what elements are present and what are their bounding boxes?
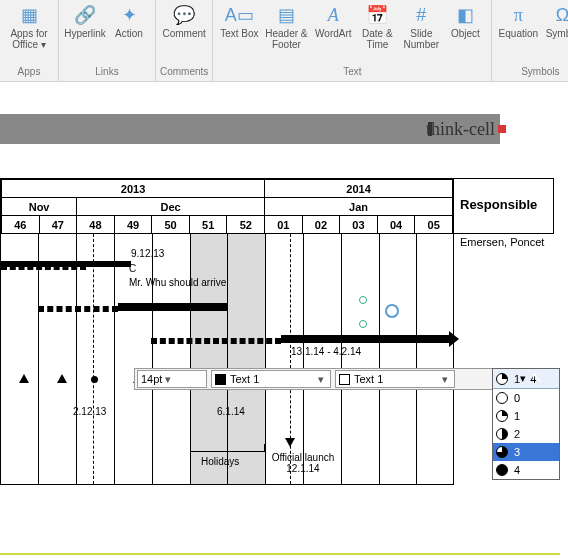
pie-icon (496, 392, 508, 404)
equation-button[interactable]: πEquation (496, 2, 540, 64)
group-label-apps: Apps (18, 66, 41, 79)
slide-canvas: think-cell 2013 2014 Nov Dec Jan 46 47 4… (0, 90, 568, 559)
task-date: 9.12.13 (131, 248, 164, 259)
week-cell: 01 (265, 216, 303, 234)
equation-icon: π (514, 4, 523, 26)
task-bar[interactable] (151, 338, 281, 344)
task-bar[interactable] (281, 335, 451, 343)
action-button[interactable]: ✦Action (107, 2, 151, 64)
dropdown-option[interactable]: 4 (493, 461, 559, 479)
responsible-header: Responsible (454, 178, 554, 234)
week-cell: 05 (415, 216, 453, 234)
harvey-ball-dropdown[interactable]: 1 ▾ 4 0 1 2 3↖ 4 (492, 368, 560, 480)
slidenum-icon: # (416, 4, 426, 26)
milestone-label: 6.1.14 (217, 406, 245, 417)
holidays-label: Holidays (201, 456, 239, 467)
text-box-button[interactable]: A▭Text Box (217, 2, 261, 64)
selection-handle[interactable] (359, 320, 367, 328)
object-icon: ◧ (457, 4, 474, 26)
selection-handle[interactable] (359, 296, 367, 304)
range-label: 13.1.14 - 4.2.14 (291, 346, 361, 357)
arrow-icon (449, 331, 459, 347)
task-bar[interactable] (38, 306, 118, 312)
header-icon: ▤ (278, 4, 295, 26)
dropdown-option[interactable]: 0 (493, 389, 559, 407)
responsible-column: Responsible Emersen, Poncet (454, 178, 554, 258)
gantt-body[interactable]: 9.12.13 C Mr. Whu should arrive 13.1.14 … (1, 234, 453, 484)
color-swatch (215, 374, 226, 385)
ribbon: ▦Apps for Office ▾ Apps 🔗Hyperlink ✦Acti… (0, 0, 568, 82)
chevron-down-icon[interactable]: ▾ (439, 373, 451, 386)
date-icon: 📅 (366, 4, 388, 26)
week-cell: 47 (39, 216, 77, 234)
symbol-icon: Ω (556, 4, 568, 26)
brand-logo: think-cell (426, 114, 506, 144)
week-cell: 03 (340, 216, 378, 234)
chevron-down-icon[interactable]: ▾ (162, 373, 174, 386)
store-icon: ▦ (21, 4, 38, 26)
year-2013: 2013 (2, 180, 265, 198)
hyperlink-icon: 🔗 (74, 4, 96, 26)
harvey-ball-icon[interactable] (385, 304, 399, 318)
week-cell: 48 (77, 216, 115, 234)
month-jan: Jan (265, 198, 453, 216)
symbol-button[interactable]: ΩSymbol (540, 2, 568, 64)
header-footer-button[interactable]: ▤Header & Footer (261, 2, 311, 64)
comment-icon: 💬 (173, 4, 195, 26)
slide-border (0, 553, 560, 555)
pie-icon (496, 410, 508, 422)
pie-icon (496, 428, 508, 440)
dropdown-option[interactable]: 1 (493, 407, 559, 425)
bracket (190, 444, 265, 452)
hyperlink-button[interactable]: 🔗Hyperlink (63, 2, 107, 64)
slide-number-button[interactable]: #Slide Number (399, 2, 443, 64)
object-button[interactable]: ◧Object (443, 2, 487, 64)
fill-color-combo[interactable]: Text 1▾ (211, 370, 331, 388)
comment-button[interactable]: 💬Comment (162, 2, 206, 64)
responsible-cell[interactable]: Emersen, Poncet (454, 234, 554, 258)
month-nov: Nov (2, 198, 77, 216)
marker-line (93, 234, 94, 484)
apps-for-office-button[interactable]: ▦Apps for Office ▾ (4, 2, 54, 64)
week-cell: 46 (2, 216, 40, 234)
task-note: Mr. Whu should arrive (129, 277, 226, 288)
milestone-icon[interactable] (91, 376, 98, 383)
group-label-symbols: Symbols (521, 66, 559, 79)
wordart-icon: A (328, 4, 339, 26)
task-c: C (129, 263, 136, 274)
color-swatch (339, 374, 350, 385)
action-icon: ✦ (122, 4, 137, 26)
milestone-icon (285, 438, 295, 447)
group-label-comments: Comments (160, 66, 208, 79)
pie-icon (496, 464, 508, 476)
cursor-icon: ↖ (531, 369, 543, 385)
milestone-icon[interactable] (19, 374, 29, 383)
font-size-combo[interactable]: 14pt▾ (137, 370, 207, 388)
week-cell: 02 (302, 216, 340, 234)
title-placeholder[interactable] (0, 114, 500, 144)
format-toolbar[interactable]: 14pt▾ Text 1▾ Text 1▾ (134, 368, 554, 390)
pie-icon (496, 373, 508, 385)
week-cell: 50 (152, 216, 190, 234)
dropdown-option[interactable]: 3↖ (493, 443, 559, 461)
task-bar[interactable] (118, 303, 228, 311)
chevron-down-icon[interactable]: ▾ (520, 372, 526, 385)
milestone-label: 2.12.13 (73, 406, 106, 417)
group-label-text: Text (343, 66, 361, 79)
chevron-down-icon[interactable]: ▾ (315, 373, 327, 386)
week-cell: 51 (189, 216, 227, 234)
gantt-chart[interactable]: 2013 2014 Nov Dec Jan 46 47 48 49 50 51 … (0, 178, 454, 485)
dropdown-option[interactable]: 2 (493, 425, 559, 443)
textbox-icon: A▭ (225, 4, 254, 26)
date-time-button[interactable]: 📅Date & Time (355, 2, 399, 64)
pie-icon (496, 446, 508, 458)
group-label-links: Links (95, 66, 118, 79)
milestone-icon[interactable] (57, 374, 67, 383)
task-bar[interactable] (1, 261, 131, 267)
week-cell: 49 (114, 216, 152, 234)
wordart-button[interactable]: AWordArt (311, 2, 355, 64)
gantt-header: 2013 2014 Nov Dec Jan 46 47 48 49 50 51 … (1, 179, 453, 234)
line-color-combo[interactable]: Text 1▾ (335, 370, 455, 388)
launch-label: Official launch 12.1.14 (263, 452, 343, 474)
month-dec: Dec (77, 198, 265, 216)
